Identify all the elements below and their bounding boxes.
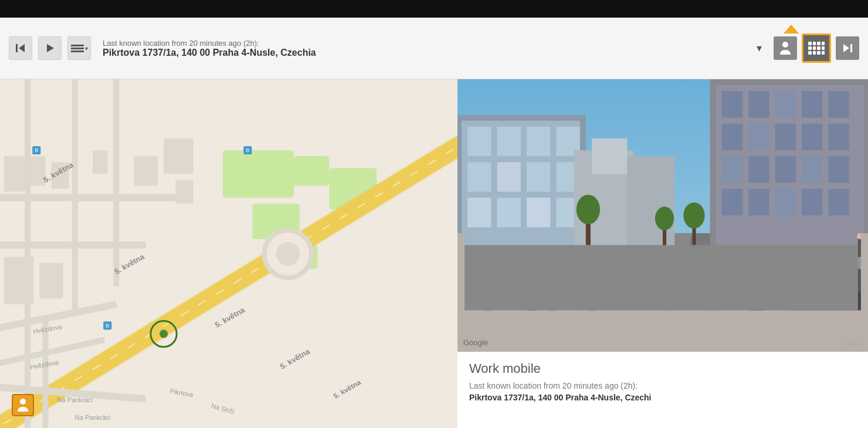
grid-icon <box>808 42 825 55</box>
svg-point-92 <box>655 207 674 230</box>
svg-rect-124 <box>861 233 868 352</box>
svg-rect-78 <box>828 124 849 150</box>
svg-rect-65 <box>592 139 628 174</box>
svg-rect-62 <box>527 198 550 227</box>
svg-text:Na Pankráci: Na Pankráci <box>75 414 110 421</box>
svg-rect-82 <box>802 156 822 183</box>
svg-rect-52 <box>467 127 491 156</box>
skip-first-button[interactable] <box>9 36 32 60</box>
svg-rect-18 <box>93 150 107 174</box>
svg-rect-83 <box>828 156 849 183</box>
svg-rect-20 <box>164 139 193 174</box>
svg-rect-76 <box>775 124 796 150</box>
skip-last-button[interactable] <box>836 36 859 60</box>
svg-text:B: B <box>246 147 249 153</box>
svg-rect-69 <box>722 91 742 117</box>
location-main: Pikrtova 1737/1a, 140 00 Praha 4-Nusle, … <box>103 48 738 58</box>
svg-point-3 <box>782 42 788 48</box>
grid-view-button[interactable] <box>802 33 831 63</box>
svg-rect-86 <box>775 189 796 215</box>
svg-text:Na Pankráci: Na Pankráci <box>57 396 93 403</box>
svg-rect-61 <box>497 198 521 227</box>
svg-rect-81 <box>775 156 796 183</box>
svg-rect-19 <box>134 156 158 186</box>
svg-rect-74 <box>722 124 742 150</box>
svg-rect-21 <box>175 180 193 203</box>
right-panel: Google Pikitoo Work mobile Last known lo… <box>457 79 868 428</box>
location-address: Pikrtova 1737/1a, 140 00 Praha 4-Nusle, … <box>469 393 856 402</box>
main-container: ▾ Last known location from 20 minutes ag… <box>0 18 868 428</box>
google-logo: Google <box>463 338 488 347</box>
svg-rect-17 <box>39 263 63 299</box>
toolbar: ▾ Last known location from 20 minutes ag… <box>0 18 868 79</box>
svg-point-90 <box>577 195 600 224</box>
map-svg: 5. května 5. května 5. května 5. května … <box>0 79 457 428</box>
svg-text:B: B <box>35 147 38 153</box>
svg-point-43 <box>276 242 300 265</box>
svg-rect-72 <box>802 91 822 117</box>
grid-btn-container <box>802 33 831 63</box>
svg-rect-66 <box>627 156 674 257</box>
info-panel: Work mobile Last known location from 20 … <box>457 352 868 428</box>
svg-rect-80 <box>748 156 769 183</box>
location-time: Last known location from 20 minutes ago … <box>469 381 856 390</box>
svg-rect-60 <box>467 198 491 227</box>
play-button[interactable] <box>38 36 62 60</box>
svg-text:B: B <box>106 323 109 329</box>
map-area[interactable]: 5. května 5. května 5. května 5. května … <box>0 79 457 428</box>
svg-rect-73 <box>828 91 849 117</box>
layers-icon <box>71 45 84 52</box>
svg-point-94 <box>683 203 704 228</box>
svg-rect-57 <box>497 162 521 191</box>
svg-rect-125 <box>464 245 858 310</box>
svg-rect-79 <box>722 156 742 183</box>
street-view-image <box>457 79 868 352</box>
svg-rect-123 <box>457 233 464 352</box>
toolbar-right <box>774 33 859 63</box>
svg-rect-54 <box>527 127 550 156</box>
toolbar-location: Last known location from 20 minutes ago … <box>97 39 744 58</box>
layers-button[interactable]: ▾ <box>67 36 91 60</box>
svg-rect-58 <box>527 162 550 191</box>
svg-rect-88 <box>828 189 849 215</box>
svg-rect-56 <box>467 162 491 191</box>
device-name: Work mobile <box>469 361 856 376</box>
svg-marker-5 <box>843 44 849 52</box>
svg-rect-77 <box>802 124 822 150</box>
svg-rect-85 <box>748 189 769 215</box>
content-area: 5. května 5. května 5. května 5. května … <box>0 79 868 428</box>
svg-rect-8 <box>223 150 294 198</box>
svg-rect-122 <box>457 310 868 352</box>
svg-rect-0 <box>16 44 18 52</box>
person-view-button[interactable] <box>774 36 797 60</box>
svg-rect-53 <box>497 127 521 156</box>
map-person-button[interactable] <box>12 394 34 416</box>
svg-rect-4 <box>850 44 852 52</box>
svg-rect-84 <box>722 189 742 215</box>
app-top-bar <box>0 0 868 18</box>
pikitoo-logo: Pikitoo <box>843 340 862 347</box>
street-view: Google Pikitoo <box>457 79 868 352</box>
svg-rect-71 <box>775 91 796 117</box>
svg-point-46 <box>20 399 26 405</box>
svg-rect-75 <box>748 124 769 150</box>
orange-triangle-pointer <box>784 25 799 33</box>
svg-rect-11 <box>294 156 330 186</box>
location-chevron[interactable]: ▾ <box>750 36 768 60</box>
svg-rect-14 <box>30 156 45 186</box>
svg-point-45 <box>160 330 168 338</box>
svg-rect-16 <box>4 257 33 305</box>
svg-marker-1 <box>19 44 25 52</box>
svg-marker-2 <box>47 44 54 52</box>
svg-rect-87 <box>802 189 822 215</box>
svg-rect-70 <box>748 91 769 117</box>
svg-rect-13 <box>4 156 25 192</box>
location-subtitle: Last known location from 20 minutes ago … <box>103 39 738 48</box>
